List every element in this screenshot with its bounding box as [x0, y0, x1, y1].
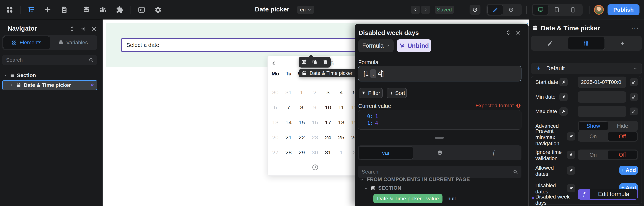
phone-breakpoint-button[interactable] — [565, 5, 581, 15]
calendar-day[interactable]: 22 — [295, 130, 308, 145]
tablet-breakpoint-button[interactable] — [549, 5, 565, 15]
calendar-day[interactable]: 25 — [334, 130, 348, 145]
calendar-day[interactable]: 30 — [308, 145, 322, 160]
terminal-icon[interactable] — [138, 6, 145, 13]
binding-type-select[interactable]: Formula — [358, 39, 394, 52]
navigator-tree-icon[interactable] — [28, 6, 35, 13]
calendar-day[interactable]: 18 — [334, 115, 348, 130]
database-icon[interactable] — [82, 6, 90, 13]
expand-vertical-icon[interactable] — [506, 30, 511, 35]
bind-button[interactable] — [560, 78, 568, 86]
calendar-day[interactable]: 31 — [282, 85, 295, 100]
calendar-day[interactable]: 28 — [282, 145, 295, 160]
search-input[interactable] — [2, 57, 88, 63]
calendar-day[interactable]: 15 — [295, 115, 308, 130]
expected-format-link[interactable]: Expected format — [476, 103, 521, 109]
edit-formula-button[interactable]: f Edit formula — [578, 189, 638, 200]
tab-variables-source[interactable]: var — [359, 146, 413, 159]
formula-comma-chip[interactable]: , — [370, 69, 376, 78]
bind-button[interactable] — [567, 151, 575, 159]
calendar-day[interactable]: 29 — [295, 145, 308, 160]
clock-icon[interactable] — [312, 164, 319, 171]
calendar-day[interactable]: 9 — [308, 100, 322, 115]
off-option[interactable]: Off — [608, 132, 637, 141]
date-picker-value-pill[interactable]: Date & Time picker - value — [373, 194, 442, 203]
add-allowed-date-button[interactable]: + Add — [620, 166, 638, 175]
formula-editor[interactable]: [1 , 4 ] — [358, 66, 522, 81]
duplicate-icon[interactable] — [312, 59, 318, 65]
bind-button[interactable] — [567, 132, 575, 140]
resize-drag-handle[interactable] — [435, 137, 444, 139]
caret-right-icon[interactable] — [10, 83, 14, 87]
expand-button[interactable] — [630, 107, 638, 115]
tree-item-date-time-picker[interactable]: Date & Time picker — [2, 80, 97, 90]
calendar-day[interactable]: 2 — [308, 85, 322, 100]
tab-style[interactable] — [532, 37, 568, 50]
close-icon[interactable] — [91, 26, 97, 32]
on-option[interactable]: On — [578, 150, 608, 159]
calendar-day[interactable]: 24 — [322, 130, 334, 145]
max-date-input[interactable] — [578, 106, 626, 117]
expand-vertical-icon[interactable] — [69, 26, 75, 32]
off-option[interactable]: Off — [608, 150, 637, 159]
previous-month-icon[interactable] — [271, 61, 277, 66]
calendar-day[interactable]: 4 — [334, 85, 348, 100]
start-date-input[interactable]: 2025-01-07T00:0 — [578, 77, 626, 88]
tab-elements[interactable]: Elements — [3, 36, 50, 49]
tab-data-source[interactable] — [413, 146, 467, 159]
filter-button[interactable]: Filter — [359, 88, 383, 98]
calendar-day[interactable]: 23 — [308, 130, 322, 145]
tab-workflows[interactable] — [605, 37, 641, 50]
calendar-day[interactable]: 31 — [322, 145, 334, 160]
unbind-button[interactable]: Unbind — [397, 39, 431, 52]
calendar-day[interactable]: 7 — [282, 100, 295, 115]
on-option[interactable]: On — [578, 132, 608, 141]
apps-grid-icon[interactable] — [6, 6, 14, 13]
calendar-day[interactable]: 17 — [322, 115, 334, 130]
redo-button[interactable] — [421, 6, 430, 14]
bind-button[interactable] — [567, 184, 575, 192]
sort-button[interactable]: Sort — [387, 88, 407, 98]
group-section[interactable]: SECTION — [364, 185, 401, 191]
calendar-day[interactable]: 10 — [322, 100, 334, 115]
edit-mode-button[interactable] — [488, 5, 503, 15]
bind-button[interactable] — [560, 107, 568, 115]
calendar-day[interactable]: 27 — [269, 145, 282, 160]
plus-icon[interactable] — [44, 6, 52, 13]
caret-down-icon[interactable] — [4, 73, 8, 78]
calendar-day[interactable]: 13 — [269, 115, 282, 130]
calendar-day[interactable]: 30 — [269, 85, 282, 100]
state-select[interactable]: Default — [531, 63, 642, 74]
sync-refresh-button[interactable] — [470, 5, 480, 15]
calendar-day[interactable]: 3 — [322, 85, 334, 100]
calendar-day[interactable]: 20 — [269, 130, 282, 145]
user-avatar[interactable] — [594, 5, 604, 15]
desktop-breakpoint-button[interactable] — [532, 5, 549, 15]
publish-button[interactable]: Publish — [608, 4, 640, 15]
tab-settings[interactable] — [568, 37, 604, 50]
tab-formula-source[interactable]: f — [467, 146, 520, 159]
calendar-day[interactable]: 21 — [282, 130, 295, 145]
close-icon[interactable] — [515, 30, 521, 35]
language-select[interactable]: en — [297, 6, 314, 14]
add-to-library-icon[interactable] — [301, 59, 307, 65]
group-from-components[interactable]: FROM COMPONENTS IN CURRENT PAGE — [360, 177, 470, 182]
search-input[interactable] — [358, 169, 513, 175]
trash-icon[interactable] — [322, 59, 328, 65]
calendar-day[interactable]: 16 — [308, 115, 322, 130]
tree-item-section[interactable]: Section — [4, 72, 36, 79]
community-icon[interactable] — [99, 6, 106, 13]
calendar-day[interactable]: 14 — [282, 115, 295, 130]
expand-button[interactable] — [630, 78, 638, 86]
calendar-day[interactable]: 8 — [295, 100, 308, 115]
preview-mode-button[interactable] — [503, 5, 519, 15]
calendar-day[interactable]: 6 — [269, 100, 282, 115]
bind-button[interactable] — [567, 166, 575, 175]
tab-variables[interactable]: Variables — [50, 36, 96, 49]
plugin-icon[interactable] — [116, 6, 124, 13]
calendar-day[interactable]: 1 — [334, 145, 348, 160]
calendar-day[interactable]: 11 — [334, 100, 348, 115]
dock-right-icon[interactable] — [80, 26, 86, 32]
undo-button[interactable] — [411, 6, 420, 14]
min-date-input[interactable] — [578, 91, 626, 103]
